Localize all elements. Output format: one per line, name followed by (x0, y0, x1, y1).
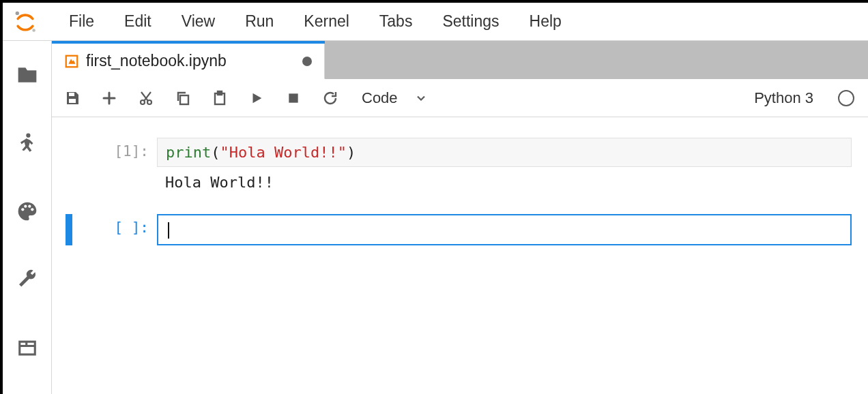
svg-point-6 (31, 208, 33, 211)
svg-point-2 (26, 134, 30, 138)
notebook-toolbar: Code Python 3 (52, 79, 868, 117)
celltype-select[interactable]: Code (358, 88, 432, 108)
menu-view[interactable]: View (167, 8, 230, 35)
tab-title: first_notebook.ipynb (86, 52, 289, 70)
paste-icon[interactable] (210, 89, 229, 108)
menu-tabs[interactable]: Tabs (364, 8, 428, 35)
svg-rect-16 (289, 93, 298, 102)
tab-bar: first_notebook.ipynb (52, 41, 325, 79)
tab-notebook[interactable]: first_notebook.ipynb (52, 44, 325, 79)
cells-area[interactable]: [1]:print("Hola World!!")Hola World!![ ]… (52, 117, 868, 394)
menu-run[interactable]: Run (230, 8, 289, 35)
svg-rect-15 (218, 91, 222, 95)
tab-dirty-indicator-icon (302, 57, 312, 66)
cell-marker (66, 138, 72, 194)
svg-point-12 (147, 100, 151, 104)
run-icon[interactable] (247, 89, 266, 108)
wrench-icon[interactable] (14, 266, 41, 293)
code-input[interactable] (157, 214, 852, 245)
code-input[interactable]: print("Hola World!!") (157, 138, 852, 167)
cut-icon[interactable] (136, 89, 156, 108)
svg-point-0 (15, 11, 18, 14)
cell-body: print("Hola World!!")Hola World!! (157, 138, 852, 194)
code-cell[interactable]: [1]:print("Hola World!!")Hola World!! (66, 138, 854, 194)
svg-rect-9 (69, 93, 74, 96)
left-sidebar (3, 41, 52, 394)
svg-rect-13 (180, 95, 188, 104)
restart-icon[interactable] (321, 89, 340, 108)
chevron-down-icon (414, 91, 428, 105)
menu-edit[interactable]: Edit (109, 8, 167, 35)
save-icon[interactable] (63, 89, 82, 108)
menubar: File Edit View Run Kernel Tabs Settings … (3, 3, 868, 41)
svg-point-3 (21, 208, 24, 211)
copy-icon[interactable] (173, 89, 192, 108)
running-icon[interactable] (14, 130, 41, 157)
svg-point-5 (28, 205, 31, 208)
notebook-icon (64, 54, 79, 69)
svg-point-11 (141, 100, 145, 104)
kernel-name[interactable]: Python 3 (754, 89, 813, 107)
svg-point-1 (32, 29, 35, 32)
kernel-status-icon[interactable] (838, 90, 854, 106)
palette-icon[interactable] (14, 198, 41, 225)
menu-settings[interactable]: Settings (427, 8, 514, 35)
menu-help[interactable]: Help (515, 8, 577, 35)
jupyter-logo-icon[interactable] (10, 6, 40, 37)
add-cell-icon[interactable] (100, 89, 119, 108)
input-prompt: [1]: (75, 138, 157, 160)
menu-file[interactable]: File (54, 8, 109, 35)
svg-point-4 (24, 205, 27, 208)
notebook-panel: Code Python 3 [1]:print("Hola World!!")H… (52, 79, 868, 394)
celltype-label: Code (362, 89, 398, 107)
folder-icon[interactable] (14, 61, 41, 89)
code-cell[interactable]: [ ]: (66, 214, 854, 245)
stop-icon[interactable] (284, 89, 303, 108)
menu-kernel[interactable]: Kernel (289, 8, 364, 35)
cell-marker (66, 214, 72, 245)
tabs-icon[interactable] (14, 334, 41, 361)
cursor-caret-icon (168, 222, 169, 239)
svg-rect-10 (69, 99, 76, 103)
cell-body (157, 214, 852, 245)
input-prompt: [ ]: (75, 214, 157, 236)
work-area: first_notebook.ipynb (52, 41, 868, 394)
code-output: Hola World!! (157, 167, 852, 194)
